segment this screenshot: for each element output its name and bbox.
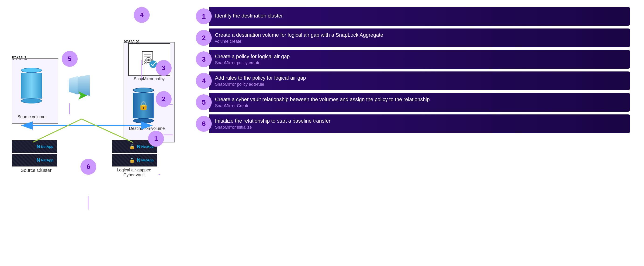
- svg-point-23: [145, 62, 146, 63]
- step-content-5: Create a cyber vault relationship betwee…: [210, 93, 630, 112]
- svg-rect-18: [148, 57, 149, 58]
- dest-cyl-bottom: [133, 118, 154, 123]
- hardware-unit-1: N NetApp: [12, 140, 57, 153]
- step-circle-5: 5: [196, 94, 212, 110]
- hardware-unit-2: N NetApp: [12, 154, 57, 167]
- svg-rect-20: [145, 60, 147, 60]
- dest-volume-label: Destination volume: [124, 126, 170, 131]
- steps-section: 1 Identify the destination cluster 2 Cre…: [191, 5, 635, 261]
- netapp-logo: N: [36, 144, 40, 150]
- source-volume: [21, 68, 42, 103]
- netapp-text-2: NetApp: [41, 158, 54, 162]
- svg-rect-19: [148, 62, 149, 63]
- policy-icon: [141, 50, 158, 69]
- step-circle-3: 3: [196, 51, 212, 67]
- dest-cyl-body: 🔒: [133, 93, 154, 118]
- netapp-logo-2: N: [36, 157, 40, 163]
- diagram-circle-4: 4: [134, 7, 150, 23]
- green-arrow-icon: ➤: [77, 88, 88, 102]
- cyl-bottom: [21, 98, 42, 103]
- step-subtitle-4: SnapMirror policy add-rule: [215, 82, 624, 87]
- cyl-body: [21, 73, 42, 98]
- step-row-5: 5 Create a cyber vault relationship betw…: [196, 93, 630, 112]
- netapp-logo-3: N: [137, 144, 140, 150]
- step-title-4: Add rules to the policy for logical air …: [215, 75, 624, 81]
- snapmirror-policy-label: SnapMirror policy: [127, 77, 172, 81]
- dest-volume: 🔒: [133, 88, 154, 123]
- step-content-2: Create a destination volume for logical …: [210, 29, 630, 47]
- step-row-2: 2 Create a destination volume for logica…: [196, 29, 630, 47]
- step-content-4: Add rules to the policy for logical air …: [210, 71, 630, 90]
- step-title-5: Create a cyber vault relationship betwee…: [215, 96, 624, 102]
- dest-cyl-top: [133, 88, 154, 93]
- step-subtitle-2: volume create: [215, 39, 624, 44]
- step-content-3: Create a policy for logical air gap Snap…: [210, 50, 630, 69]
- step-circle-1: 1: [196, 9, 212, 24]
- step-row-6: 6 Initialize the relationship to start a…: [196, 114, 630, 133]
- xfer-left: [69, 76, 78, 95]
- step-circle-6: 6: [196, 116, 212, 132]
- step-circle-2: 2: [196, 30, 212, 46]
- diagram-circle-3: 3: [156, 60, 172, 76]
- step-subtitle-5: SnapMirror Create: [215, 103, 624, 108]
- svg-rect-21: [150, 60, 152, 60]
- step-title-6: Initialize the relationship to start a b…: [215, 118, 624, 124]
- source-volume-label: Source volume: [16, 114, 47, 119]
- diagram-circle-1: 1: [148, 131, 164, 147]
- cyl-top: [21, 68, 42, 73]
- step-row-3: 3 Create a policy for logical air gap Sn…: [196, 50, 630, 69]
- diagram-circle-2: 2: [156, 91, 172, 107]
- dest-cluster-label: Logical air-gapped Cyber vault: [107, 168, 161, 178]
- hardware-unit-4: 🔒 N NetApp: [112, 154, 158, 167]
- netapp-text: NetApp: [41, 145, 54, 149]
- diagram-circle-5: 5: [62, 51, 78, 67]
- step-title-3: Create a policy for logical air gap: [215, 54, 624, 60]
- step-row-1: 1 Identify the destination cluster: [196, 7, 630, 26]
- netapp-logo-4: N: [137, 157, 140, 163]
- step-circle-4: 4: [196, 73, 212, 89]
- diagram-section: SVM 1 Source volume ➤ SVM 2: [9, 5, 191, 261]
- step-title-1: Identify the destination cluster: [215, 13, 624, 19]
- source-cluster-label: Source Cluster: [14, 168, 58, 173]
- step-row-4: 4 Add rules to the policy for logical ai…: [196, 71, 630, 90]
- step-content-1: Identify the destination cluster: [210, 7, 630, 26]
- step-subtitle-3: SnapMirror policy create: [215, 60, 624, 65]
- step-subtitle-6: SnapMirror initialize: [215, 125, 624, 130]
- step-content-6: Initialize the relationship to start a b…: [210, 114, 630, 133]
- step-title-2: Create a destination volume for logical …: [215, 32, 624, 38]
- svg-point-17: [147, 59, 150, 61]
- policy-icons: [141, 50, 158, 69]
- netapp-text-4: NetApp: [141, 158, 154, 162]
- main-container: SVM 1 Source volume ➤ SVM 2: [0, 0, 644, 266]
- hardware-stack-source: N NetApp N NetApp: [12, 140, 57, 167]
- diagram-circle-6: 6: [80, 159, 96, 175]
